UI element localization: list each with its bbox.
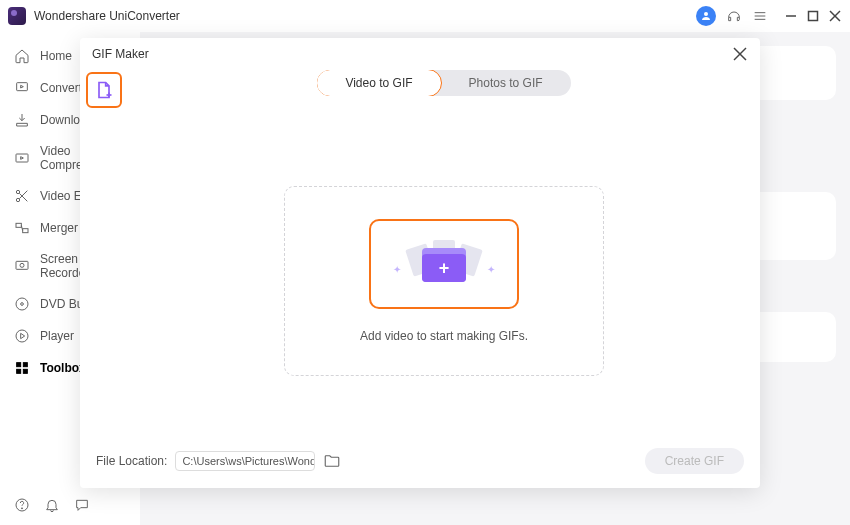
home-icon bbox=[14, 48, 30, 64]
file-location-value: C:\Users\ws\Pictures\Wonders bbox=[182, 455, 315, 467]
svg-point-23 bbox=[16, 330, 28, 342]
svg-rect-5 bbox=[809, 12, 818, 21]
svg-line-18 bbox=[21, 225, 22, 230]
create-gif-button[interactable]: Create GIF bbox=[645, 448, 744, 474]
svg-rect-10 bbox=[16, 154, 28, 162]
app-title: Wondershare UniConverter bbox=[34, 9, 696, 23]
modal-close-button[interactable] bbox=[732, 46, 748, 62]
sidebar-item-label: Merger bbox=[40, 221, 78, 235]
disc-icon bbox=[14, 296, 30, 312]
svg-point-12 bbox=[16, 190, 19, 193]
gif-maker-modal: GIF Maker Video to GIF Photos to GIF bbox=[80, 38, 760, 488]
download-icon bbox=[14, 112, 30, 128]
notification-icon[interactable] bbox=[44, 497, 60, 513]
feedback-icon[interactable] bbox=[74, 497, 90, 513]
svg-rect-28 bbox=[23, 369, 27, 373]
menu-icon[interactable] bbox=[752, 8, 768, 24]
sidebar-footer bbox=[0, 485, 140, 525]
svg-rect-27 bbox=[17, 369, 21, 373]
support-icon[interactable] bbox=[726, 8, 742, 24]
svg-point-20 bbox=[20, 263, 24, 267]
tab-video-to-gif[interactable]: Video to GIF bbox=[317, 70, 441, 96]
modal-title: GIF Maker bbox=[92, 47, 149, 61]
play-icon bbox=[14, 328, 30, 344]
sidebar-item-label: Player bbox=[40, 329, 74, 343]
maximize-button[interactable] bbox=[806, 9, 820, 23]
svg-rect-17 bbox=[23, 229, 28, 233]
record-icon bbox=[14, 258, 30, 274]
merger-icon bbox=[14, 220, 30, 236]
help-icon[interactable] bbox=[14, 497, 30, 513]
svg-point-21 bbox=[16, 298, 28, 310]
dropzone-text: Add video to start making GIFs. bbox=[360, 329, 528, 343]
svg-marker-24 bbox=[21, 333, 25, 338]
close-button[interactable] bbox=[828, 9, 842, 23]
svg-rect-25 bbox=[17, 363, 21, 367]
toolbox-icon bbox=[14, 360, 30, 376]
minimize-button[interactable] bbox=[784, 9, 798, 23]
open-folder-button[interactable] bbox=[323, 452, 341, 470]
sidebar-item-label: Home bbox=[40, 49, 72, 63]
svg-marker-11 bbox=[21, 157, 24, 160]
svg-point-30 bbox=[21, 508, 22, 509]
add-folder-icon: + ✦ ✦ bbox=[399, 234, 489, 294]
sidebar-item-label: Toolbox bbox=[40, 361, 86, 375]
dropzone[interactable]: + ✦ ✦ Add video to start making GIFs. bbox=[284, 186, 604, 376]
converter-icon bbox=[14, 80, 30, 96]
app-logo-icon bbox=[8, 7, 26, 25]
file-location-label: File Location: bbox=[96, 454, 167, 468]
mode-tabs: Video to GIF Photos to GIF bbox=[317, 70, 570, 96]
svg-rect-16 bbox=[16, 223, 21, 227]
add-video-button[interactable]: + ✦ ✦ bbox=[369, 219, 519, 309]
titlebar: Wondershare UniConverter bbox=[0, 0, 850, 32]
compressor-icon bbox=[14, 150, 30, 166]
scissors-icon bbox=[14, 188, 30, 204]
svg-rect-19 bbox=[16, 261, 28, 269]
svg-point-22 bbox=[21, 303, 24, 306]
svg-rect-26 bbox=[23, 363, 27, 367]
tab-photos-to-gif[interactable]: Photos to GIF bbox=[441, 70, 571, 96]
svg-point-0 bbox=[704, 12, 708, 16]
account-icon[interactable] bbox=[696, 6, 716, 26]
file-location-select[interactable]: C:\Users\ws\Pictures\Wonders ▾ bbox=[175, 451, 315, 471]
file-add-icon bbox=[94, 80, 114, 100]
svg-marker-9 bbox=[21, 85, 24, 88]
svg-rect-8 bbox=[17, 83, 28, 91]
svg-point-13 bbox=[16, 198, 19, 201]
add-file-button[interactable] bbox=[86, 72, 122, 108]
